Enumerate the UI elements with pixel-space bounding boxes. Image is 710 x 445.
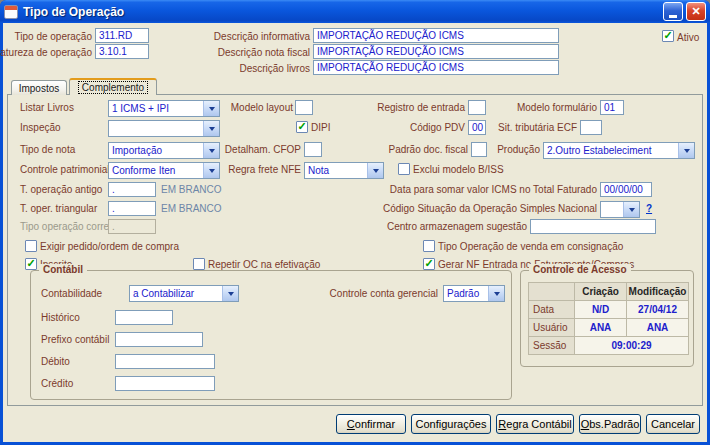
codigo-pdv-input[interactable]: 00 <box>468 120 486 135</box>
debito-input[interactable] <box>115 354 215 369</box>
t-operacao-antigo-label: T. operação antigo <box>20 184 102 195</box>
acesso-row-label: Data <box>529 301 575 319</box>
data-somar-icms-input[interactable]: 00/00/00 <box>600 182 652 197</box>
descricao-nota-fiscal-input[interactable]: IMPORTAÇÃO REDUÇÃO ICMS <box>313 44 559 59</box>
t-operacao-antigo-input[interactable]: . <box>108 182 156 197</box>
producao-select[interactable]: 2.Outro Estabeleciment <box>543 142 695 159</box>
credito-input[interactable] <box>115 376 215 391</box>
chevron-down-icon[interactable] <box>203 101 219 116</box>
modelo-formulario-input[interactable]: 01 <box>600 100 624 115</box>
data-somar-icms-label: Data para somar valor ICMS no Total Fatu… <box>390 184 597 195</box>
chevron-down-icon[interactable] <box>203 143 219 158</box>
ativo-checkbox[interactable] <box>662 30 674 42</box>
dialog-body: Tipo de operação 311.RD Natureza de oper… <box>3 23 707 442</box>
chevron-down-icon[interactable] <box>367 163 383 178</box>
repetir-oc-checkbox[interactable] <box>193 258 205 270</box>
codigo-pdv-label: Código PDV <box>410 122 465 133</box>
listar-livros-value: 1 ICMS + IPI <box>109 101 203 116</box>
descricao-informativa-input[interactable]: IMPORTAÇÃO REDUÇÃO ICMS <box>313 28 559 43</box>
chevron-down-icon[interactable] <box>678 143 694 158</box>
close-button[interactable]: ✕ <box>686 2 706 21</box>
controle-acesso-group: Controle de Acesso Criação Modificação D… <box>520 270 694 367</box>
minimize-button[interactable] <box>663 2 683 21</box>
confirmar-button[interactable]: Confirmar <box>336 414 406 434</box>
credito-label: Crédito <box>41 378 73 389</box>
tipo-operacao-input[interactable]: 311.RD <box>95 28 149 43</box>
chevron-down-icon[interactable] <box>222 286 238 301</box>
padrao-doc-fiscal-input[interactable] <box>471 142 487 157</box>
exigir-pedido-checkbox[interactable] <box>25 240 37 252</box>
inspecao-label: Inspeção <box>20 122 61 133</box>
sit-tributaria-ecf-label: Sit. tributária ECF <box>498 122 577 133</box>
venda-consignacao-checkbox[interactable] <box>423 240 435 252</box>
tipo-operacao-correl-label: Tipo operação correl. <box>20 221 114 232</box>
simples-nacional-help-link[interactable]: ? <box>646 203 652 214</box>
tab-impostos[interactable]: Impostos <box>11 80 67 95</box>
modelo-layout-label: Modelo layout <box>231 102 293 113</box>
acesso-usuario-criacao: ANA <box>575 319 627 337</box>
regra-frete-nfe-select[interactable]: Nota <box>304 162 384 179</box>
sit-tributaria-ecf-input[interactable] <box>580 120 602 135</box>
descricao-livros-label: Descrição livros <box>239 63 310 74</box>
contabilidade-label: Contabilidade <box>41 288 102 299</box>
gerar-nf-entrada-checkbox[interactable] <box>423 258 435 270</box>
contabilidade-value: a Contabilizar <box>130 286 222 301</box>
natureza-operacao-input[interactable]: 3.10.1 <box>95 44 149 59</box>
listar-livros-label: Listar Livros <box>20 102 74 113</box>
regra-frete-nfe-value: Nota <box>305 163 367 178</box>
acesso-row-label: Sessão <box>529 337 575 355</box>
chevron-down-icon[interactable] <box>623 202 639 217</box>
codigo-situacao-simples-select[interactable] <box>600 201 640 218</box>
tab-complemento-label: Complemento <box>79 82 147 93</box>
controle-patrimonial-select[interactable]: Conforme Iten <box>108 162 220 179</box>
inspecao-select[interactable] <box>108 120 220 137</box>
regra-contabil-button[interactable]: Regra Contábil <box>496 414 574 434</box>
acesso-sessao-valor: 09:00:29 <box>575 337 689 355</box>
titlebar[interactable]: Tipo de Operação ✕ <box>0 0 710 23</box>
tipo-de-nota-label: Tipo de nota <box>20 144 75 155</box>
centro-armazenagem-input[interactable] <box>530 219 656 234</box>
controle-patrimonial-value: Conforme Iten <box>109 163 203 178</box>
minimize-icon <box>669 15 677 18</box>
debito-label: Débito <box>41 356 70 367</box>
descricao-informativa-label: Descrição informativa <box>214 31 310 42</box>
venda-consignacao-label: Tipo Operação de venda em consignação <box>438 241 623 252</box>
modelo-layout-input[interactable] <box>295 100 313 115</box>
tipo-operacao-label: Tipo de operação <box>15 31 92 42</box>
chevron-down-icon[interactable] <box>488 286 504 301</box>
exclui-modelo-biss-checkbox[interactable] <box>398 163 410 175</box>
ativo-label: Ativo <box>677 32 699 43</box>
t-oper-triangular-hint: EM BRANCO <box>161 203 222 214</box>
producao-label: Produção <box>497 144 540 155</box>
contabilidade-select[interactable]: a Contabilizar <box>129 285 239 302</box>
descricao-nota-fiscal-label: Descrição nota fiscal <box>218 47 310 58</box>
descricao-livros-input[interactable]: IMPORTAÇÃO REDUÇÃO ICMS <box>313 60 559 75</box>
dipi-checkbox[interactable] <box>296 121 308 133</box>
historico-input[interactable] <box>115 310 173 325</box>
tipo-de-nota-select[interactable]: Importação <box>108 142 220 159</box>
controle-conta-gerencial-select[interactable]: Padrão <box>443 285 505 302</box>
t-oper-triangular-label: T. oper. triangular <box>20 203 97 214</box>
inscrito-checkbox[interactable] <box>25 258 37 270</box>
exclui-modelo-biss-label: Exclui modelo B/ISS <box>413 164 504 175</box>
obs-padrao-button[interactable]: Obs.Padrão <box>579 414 641 434</box>
acesso-col-criacao: Criação <box>575 283 627 301</box>
regra-frete-nfe-label: Regra frete NFE <box>228 164 301 175</box>
contabil-group-title: Contábil <box>39 264 87 275</box>
prefixo-contabil-input[interactable] <box>115 332 203 347</box>
controle-acesso-group-title: Controle de Acesso <box>529 264 631 275</box>
listar-livros-select[interactable]: 1 ICMS + IPI <box>108 100 220 117</box>
configuracoes-button[interactable]: Configurações <box>411 414 491 434</box>
chevron-down-icon[interactable] <box>203 163 219 178</box>
modelo-formulario-label: Modelo formulário <box>517 102 597 113</box>
t-operacao-antigo-hint: EM BRANCO <box>161 184 222 195</box>
registro-entrada-input[interactable] <box>468 100 486 115</box>
repetir-oc-label: Repetir OC na efetivação <box>208 259 320 270</box>
tab-complemento[interactable]: Complemento <box>69 78 157 95</box>
detalham-cfop-input[interactable] <box>304 142 322 157</box>
t-oper-triangular-input[interactable]: . <box>108 201 156 216</box>
padrao-doc-fiscal-label: Padrão doc. fiscal <box>389 144 469 155</box>
cancelar-button[interactable]: Cancelar <box>646 414 700 434</box>
centro-armazenagem-label: Centro armazenagem sugestão <box>387 221 527 232</box>
chevron-down-icon[interactable] <box>203 121 219 136</box>
